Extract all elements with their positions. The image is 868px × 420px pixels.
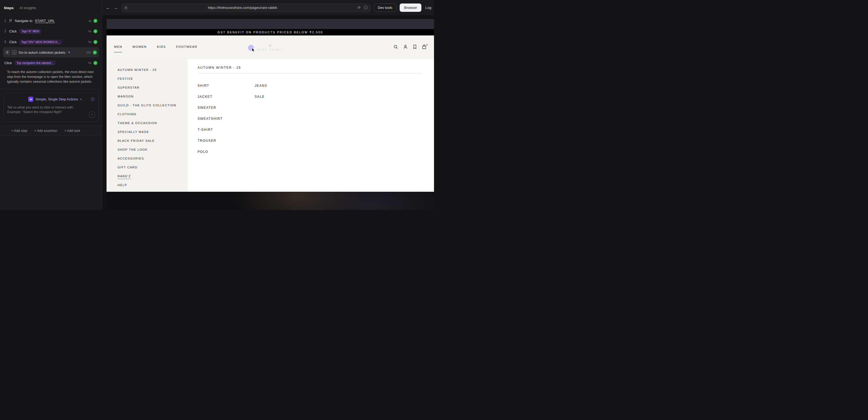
submenu-item-sale[interactable]: SALE [255,91,312,102]
account-icon[interactable] [403,44,408,49]
mega-menu-submenu: AUTUMN WINTER - 25 SHIRT JACKET SWEATER … [188,59,434,192]
submenu-item-sweatshirt[interactable]: SWEATSHIRT [197,113,255,124]
menu-item-rarez[interactable]: RARE'Z [118,172,188,180]
browser-view-button[interactable]: Browser [400,3,422,12]
ai-mode-selector[interactable]: Simple, Single Step Actions [35,97,78,101]
nav-item-women[interactable]: WOMEN [132,45,147,52]
lock-icon [124,6,127,9]
submenu-item-sweater[interactable]: SWEATER [197,102,255,113]
selector-badge[interactable]: Top navigation link labeled... [14,60,56,65]
success-check-icon: ✓ [93,51,97,55]
logo-text: RARE RABBIT [257,48,284,51]
step-row-1[interactable]: 1 Navigate to START_URL 4s ✓ [3,16,99,26]
success-check-icon: ✓ [93,61,97,65]
forward-button[interactable]: → [114,5,118,10]
chevron-down-icon[interactable]: ▾ [80,98,82,101]
submenu-item-jacket[interactable]: JACKET [197,91,255,102]
submit-prompt-button[interactable]: ↑ [89,112,95,118]
mega-menu-categories: AUTUMN WINTER - 25 FESTIVE SUPERSTAR MAR… [106,59,188,192]
submenu-column-1: SHIRT JACKET SWEATER SWEATSHIRT T-SHIRT … [197,80,255,157]
url-text[interactable]: https://thehouseofrare.com/pages/rare-ra… [127,6,358,10]
log-view-button[interactable]: Log [425,6,431,10]
steps-sidebar: Steps AI insights 1 Navigate to START_UR… [0,0,102,210]
menu-item-shop-the-look[interactable]: SHOP THE LOOK [118,145,188,154]
tab-steps[interactable]: Steps [4,6,14,10]
menu-item-black-friday-sale[interactable]: BLACK FRIDAY SALE [118,136,188,145]
cart-count-badge: 0 [426,43,428,46]
menu-item-superstar[interactable]: SUPERSTAR [118,83,188,92]
add-step-button[interactable]: + Add step [11,129,27,133]
menu-item-help[interactable]: HELP [118,180,188,189]
step-text: Navigate to [15,19,32,23]
search-icon[interactable] [394,44,398,49]
info-icon[interactable]: ⓘ [91,97,94,102]
step-duration: 12s [86,51,91,54]
browser-toolbar: ← → https://thehouseofrare.com/pages/rar… [102,0,434,15]
success-check-icon: ✓ [93,40,97,44]
site-header: MEN WOMEN KIDS FOOTWEAR ✳ RARE RABBIT [106,35,434,58]
hero-image-bottom [106,192,434,210]
step-row-3[interactable]: 3 Click Tag="DIV" MEN WOMEN K... 6s ✓ [3,36,99,47]
refresh-icon[interactable]: ⟳ [358,5,361,10]
step-action: Click [9,29,17,33]
url-bar[interactable]: https://thehouseofrare.com/pages/rare-ra… [121,3,371,12]
page-info-icon[interactable]: ⓘ [364,5,368,10]
step-duration: 6s [88,40,92,43]
submenu-item-jeans[interactable]: JEANS [255,80,312,91]
submenu-item-tshirt[interactable]: T-SHIRT [197,124,255,135]
scenario-icon: S [12,50,17,55]
menu-item-festive[interactable]: FESTIVE [118,74,188,83]
add-task-button[interactable]: + Add task [64,129,80,133]
step-row-4-selected[interactable]: 4 S Go to autum collection jackets ✦ 12s… [3,47,99,57]
menu-item-autumn-winter[interactable]: AUTUMN WINTER - 25 [118,65,188,74]
menu-item-accessories[interactable]: ACCESSORIES [118,154,188,163]
hero-image-top [106,19,434,29]
submenu-item-polo[interactable]: POLO [197,146,255,157]
nav-item-footwear[interactable]: FOOTWEAR [176,45,197,52]
webpage: GST BENEFIT ON PRODUCTS PRICED BELOW ₹2,… [106,19,434,210]
menu-item-theme-occassion[interactable]: THEME & OCCASSION [118,118,188,127]
dev-tools-button[interactable]: Dev tools [374,3,396,12]
site-nav-menu: MEN WOMEN KIDS FOOTWEAR [114,45,197,49]
ai-badge-icon: AI [28,97,33,102]
start-url-link[interactable]: START_URL [35,19,55,23]
menu-item-gift-card[interactable]: GIFT CARD [118,163,188,172]
selector-badge[interactable]: Tag="A" MEN [19,29,41,34]
menu-item-clothing[interactable]: CLOTHING [118,110,188,118]
menu-item-specially-made[interactable]: SPECIALLY MADE [118,127,188,136]
step-duration: 4s [88,19,92,23]
steps-list: 1 Navigate to START_URL 4s ✓ 2 Click Tag… [0,14,102,89]
site-logo: ✳ RARE RABBIT [257,43,284,51]
step-action: Click [4,61,12,65]
back-button[interactable]: ← [106,5,110,10]
wishlist-bookmark-icon[interactable] [413,44,417,49]
app-root: Steps AI insights 1 Navigate to START_UR… [0,0,434,210]
step-number: 1 [4,19,7,23]
tab-ai-insights[interactable]: AI insights [20,6,36,10]
step-action: Click [9,40,17,44]
announcement-banner: GST BENEFIT ON PRODUCTS PRICED BELOW ₹2,… [106,29,434,35]
step-explanation: To reach the autumn collection jackets, … [7,70,95,84]
step-number: 2 [4,29,7,33]
menu-item-guild[interactable]: GUILD - THE ELITE COLLECTION [118,101,188,110]
nav-item-men[interactable]: MEN [114,45,122,52]
step-number-badge: 4 [5,50,10,55]
success-check-icon: ✓ [93,19,97,23]
browser-viewport: GST BENEFIT ON PRODUCTS PRICED BELOW ₹2,… [102,15,434,210]
step-row-2[interactable]: 2 Click Tag="A" MEN 6s ✓ [3,26,99,36]
submenu-item-trouser[interactable]: TROUSER [197,135,255,146]
cart-icon[interactable]: 0 [422,44,427,50]
menu-item-maroon[interactable]: MAROON [118,92,188,101]
submenu-title: AUTUMN WINTER - 25 [197,66,423,69]
ai-prompt-input[interactable] [7,105,85,117]
ai-action-panel: AI Simple, Single Step Actions ▾ ⓘ ↑ [3,93,98,122]
selector-badge[interactable]: Tag="DIV" MEN WOMEN K... [19,39,62,44]
step-row-5[interactable]: Click Top navigation link labeled... 6s … [3,57,99,68]
add-assertion-button[interactable]: + Add assertion [34,129,57,133]
submenu-item-shirt[interactable]: SHIRT [197,80,255,91]
nav-item-kids[interactable]: KIDS [157,45,166,52]
success-check-icon: ✓ [93,29,97,33]
header-icons: 0 [394,44,427,50]
sidebar-footer: + Add step + Add assertion + Add task [0,125,102,136]
sparkle-icon: ✦ [68,51,70,54]
